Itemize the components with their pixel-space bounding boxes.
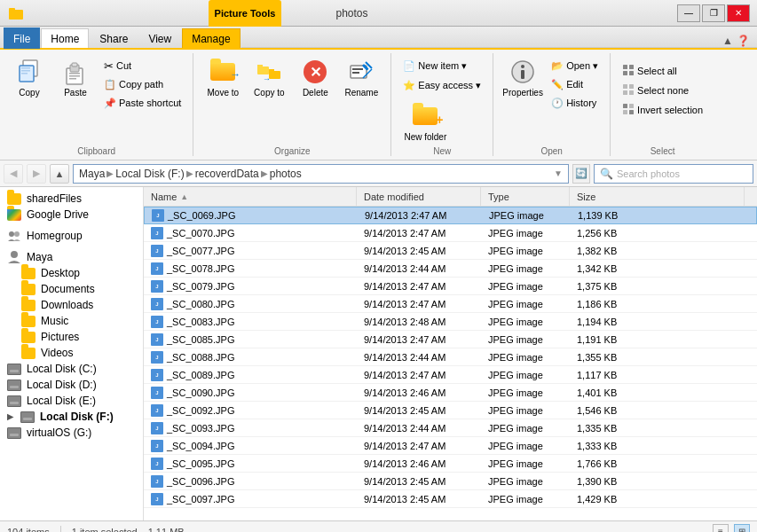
col-header-type[interactable]: Type xyxy=(481,187,570,206)
move-to-button[interactable]: Move to xyxy=(201,53,245,98)
sidebar-item-local-d[interactable]: Local Disk (D:) xyxy=(0,377,143,393)
sidebar-item-music[interactable]: Music xyxy=(0,313,143,329)
path-dropdown-arrow[interactable]: ▼ xyxy=(554,168,563,178)
file-row[interactable]: J _SC_0092.JPG 9/14/2013 2:45 AM JPEG im… xyxy=(144,402,757,419)
details-view-button[interactable]: ≡ xyxy=(713,524,729,533)
file-row[interactable]: J _SC_0089.JPG 9/14/2013 2:47 AM JPEG im… xyxy=(144,366,757,384)
sidebar-item-virtual-g[interactable]: virtualOS (G:) xyxy=(0,425,143,441)
edit-button[interactable]: ✏️ Edit xyxy=(547,75,603,93)
svg-rect-30 xyxy=(629,71,634,75)
refresh-button[interactable]: 🔄 xyxy=(572,164,590,184)
copy-to-button[interactable]: → Copy to xyxy=(247,53,291,98)
open-button[interactable]: 📂 Open ▾ xyxy=(547,57,603,74)
sidebar-item-google-drive[interactable]: Google Drive xyxy=(0,207,143,223)
file-size: 1,333 KB xyxy=(570,441,757,451)
file-type: JPEG image xyxy=(481,228,570,239)
file-date: 9/14/2013 2:47 AM xyxy=(357,370,481,380)
col-header-date[interactable]: Date modified xyxy=(357,187,481,206)
properties-button[interactable]: Properties xyxy=(501,53,545,98)
file-row[interactable]: J _SC_0096.JPG 9/14/2013 2:45 AM JPEG im… xyxy=(144,473,757,490)
sidebar-item-videos[interactable]: Videos xyxy=(0,345,143,361)
search-box[interactable]: 🔍 Search photos xyxy=(594,164,753,184)
close-button[interactable]: ✕ xyxy=(727,4,750,22)
select-none-button[interactable]: Select none xyxy=(618,82,707,99)
file-row[interactable]: J _SC_0085.JPG 9/14/2013 2:47 AM JPEG im… xyxy=(144,331,757,348)
drive-icon xyxy=(20,411,35,423)
restore-button[interactable]: ❐ xyxy=(702,4,725,22)
new-item-button[interactable]: 📄 New item ▾ xyxy=(398,57,471,74)
file-row[interactable]: J _SC_0083.JPG 9/14/2013 2:48 AM JPEG im… xyxy=(144,313,757,331)
file-size: 1,256 KB xyxy=(570,228,757,239)
file-size: 1,117 KB xyxy=(570,370,757,380)
open-label: Open xyxy=(540,143,562,156)
paste-shortcut-button[interactable]: 📌 Paste shortcut xyxy=(99,94,185,112)
up-button[interactable]: ▲ xyxy=(50,164,69,184)
file-row[interactable]: J _SC_0090.JPG 9/14/2013 2:46 AM JPEG im… xyxy=(144,384,757,402)
history-button[interactable]: 🕐 History xyxy=(547,94,603,112)
invert-selection-button[interactable]: Invert selection xyxy=(618,101,707,119)
paste-button[interactable]: Paste xyxy=(53,53,98,98)
file-row[interactable]: J _SC_0093.JPG 9/14/2013 2:44 AM JPEG im… xyxy=(144,419,757,437)
col-header-name[interactable]: Name ▲ xyxy=(144,187,357,206)
sidebar-item-local-f[interactable]: ▶ Local Disk (F:) xyxy=(0,409,143,425)
file-row[interactable]: J _SC_0069.JPG 9/14/2013 2:47 AM JPEG im… xyxy=(144,207,757,224)
path-part-recoverdata[interactable]: recoverdData xyxy=(195,168,259,180)
tab-view[interactable]: View xyxy=(138,28,181,48)
file-name: J _SC_0089.JPG xyxy=(144,369,357,381)
back-button[interactable]: ◀ xyxy=(4,164,23,184)
file-row[interactable]: J _SC_0080.JPG 9/14/2013 2:47 AM JPEG im… xyxy=(144,295,757,313)
file-row[interactable]: J _SC_0078.JPG 9/14/2013 2:44 AM JPEG im… xyxy=(144,260,757,278)
rename-button[interactable]: Rename xyxy=(339,53,383,98)
file-row[interactable]: J _SC_0095.JPG 9/14/2013 2:46 AM JPEG im… xyxy=(144,455,757,473)
sidebar-item-documents[interactable]: Documents xyxy=(0,281,143,297)
status-bar: 104 items 1 item selected 1.11 MB ≡ ⊞ xyxy=(0,520,757,532)
large-icons-view-button[interactable]: ⊞ xyxy=(734,524,750,533)
file-name: J _SC_0083.JPG xyxy=(144,316,357,328)
expander-f[interactable]: ▶ xyxy=(7,412,13,421)
copy-path-button[interactable]: 📋 Copy path xyxy=(99,75,185,93)
file-row[interactable]: J _SC_0070.JPG 9/14/2013 2:47 AM JPEG im… xyxy=(144,224,757,242)
copy-button[interactable]: Copy xyxy=(7,53,51,98)
path-part-localdisk[interactable]: Local Disk (F:) xyxy=(115,168,184,180)
tab-home[interactable]: Home xyxy=(41,28,89,48)
sidebar-item-desktop[interactable]: Desktop xyxy=(0,265,143,281)
col-header-size[interactable]: Size xyxy=(570,187,745,206)
file-name: J _SC_0088.JPG xyxy=(144,351,357,364)
sidebar-item-homegroup[interactable]: Homegroup xyxy=(0,228,143,244)
file-row[interactable]: J _SC_0077.JPG 9/14/2013 2:45 AM JPEG im… xyxy=(144,242,757,260)
file-row[interactable]: J _SC_0079.JPG 9/14/2013 2:47 AM JPEG im… xyxy=(144,278,757,295)
file-row[interactable]: J _SC_0097.JPG 9/14/2013 2:45 AM JPEG im… xyxy=(144,490,757,508)
minimize-button[interactable]: — xyxy=(677,4,700,22)
path-part-photos[interactable]: photos xyxy=(270,168,302,180)
sidebar-item-pictures[interactable]: Pictures xyxy=(0,329,143,345)
drive-icon xyxy=(7,427,21,439)
path-part-maya[interactable]: Maya xyxy=(79,168,105,180)
copy-label: Copy xyxy=(19,88,39,98)
new-label: New xyxy=(433,143,451,156)
svg-rect-36 xyxy=(629,104,634,108)
address-path[interactable]: Maya ▶ Local Disk (F:) ▶ recoverdData ▶ … xyxy=(73,164,569,184)
tab-share[interactable]: Share xyxy=(90,28,138,48)
folder-icon xyxy=(7,193,21,205)
new-folder-button[interactable]: New folder xyxy=(398,98,452,143)
easy-access-button[interactable]: ⭐ Easy access ▾ xyxy=(398,76,485,94)
forward-button[interactable]: ▶ xyxy=(27,164,46,184)
svg-rect-12 xyxy=(69,78,76,80)
sidebar-item-maya[interactable]: Maya xyxy=(0,249,143,265)
file-row[interactable]: J _SC_0088.JPG 9/14/2013 2:44 AM JPEG im… xyxy=(144,348,757,366)
delete-button[interactable]: ✕ Delete xyxy=(293,53,337,98)
cut-button[interactable]: ✂ Cut xyxy=(99,57,185,74)
sidebar-item-downloads[interactable]: Downloads xyxy=(0,297,143,313)
tab-manage[interactable]: Manage xyxy=(182,28,240,48)
address-bar: ◀ ▶ ▲ Maya ▶ Local Disk (F:) ▶ recoverdD… xyxy=(0,160,757,187)
help-button[interactable]: ❓ xyxy=(737,35,750,47)
tab-file[interactable]: File xyxy=(4,27,40,49)
file-row[interactable]: J _SC_0094.JPG 9/14/2013 2:47 AM JPEG im… xyxy=(144,437,757,455)
sidebar-item-local-c[interactable]: Local Disk (C:) xyxy=(0,361,143,377)
sidebar-item-shared-files[interactable]: sharedFiles xyxy=(0,191,143,207)
file-date: 9/14/2013 2:46 AM xyxy=(357,458,481,469)
file-name: J _SC_0095.JPG xyxy=(144,458,357,470)
select-all-button[interactable]: Select all xyxy=(618,62,707,80)
sidebar-item-local-e[interactable]: Local Disk (E:) xyxy=(0,393,143,409)
help-up-arrow[interactable]: ▲ xyxy=(722,35,733,47)
